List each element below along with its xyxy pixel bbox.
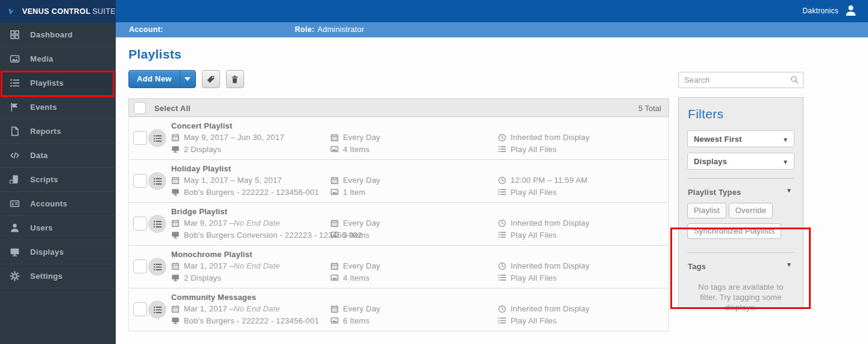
play-mode-info: Play All Files bbox=[498, 315, 590, 327]
sidebar-item-users[interactable]: Users bbox=[0, 216, 116, 240]
row-checkbox[interactable] bbox=[133, 174, 147, 188]
sort-selected-value: Newest First bbox=[694, 135, 742, 144]
settings-icon bbox=[10, 271, 20, 281]
time-text: Inherited from Display bbox=[511, 303, 590, 315]
tags-header: Tags ▼ bbox=[688, 261, 794, 272]
role-info: Role:Administrator bbox=[295, 25, 364, 34]
total-count: 5 Total bbox=[638, 104, 661, 113]
items-info: 4 Items bbox=[330, 272, 380, 284]
account-info: Account: bbox=[129, 25, 166, 34]
sidebar-item-data[interactable]: Data bbox=[0, 144, 116, 168]
playlists-icon bbox=[10, 78, 20, 88]
collapse-playlist-types-icon[interactable]: ▼ bbox=[786, 187, 792, 194]
scripts-icon bbox=[10, 174, 20, 185]
row-checkbox[interactable] bbox=[133, 302, 147, 316]
playlist-row[interactable]: Holiday Playlist May 1, 2017 – May 5, 20… bbox=[129, 160, 668, 203]
sidebar-item-scripts[interactable]: Scripts bbox=[0, 168, 116, 192]
playlist-icon bbox=[153, 305, 162, 314]
delete-button[interactable] bbox=[226, 70, 244, 88]
playlist-badge bbox=[148, 129, 166, 147]
clock-icon bbox=[498, 262, 506, 270]
sidebar-item-reports[interactable]: Reports bbox=[0, 119, 116, 144]
sidebar-item-media[interactable]: Media bbox=[0, 47, 116, 71]
sort-dropdown[interactable]: Newest First ▼ bbox=[687, 130, 794, 147]
calendar-icon bbox=[330, 305, 339, 313]
filter-type-playlist[interactable]: Playlist bbox=[687, 203, 726, 218]
displays-info: Bob's Burgers - 222222 - 123456-001 bbox=[171, 186, 319, 199]
playlist-icon bbox=[153, 263, 162, 272]
chevron-down-icon: ▼ bbox=[782, 136, 788, 143]
select-all-checkbox[interactable] bbox=[134, 102, 146, 114]
role-value: Administrator bbox=[318, 25, 365, 34]
playlist-row[interactable]: Monochrome Playlist Mar 1, 2017 – No End… bbox=[129, 246, 668, 288]
trash-icon bbox=[230, 75, 239, 84]
sidebar-item-accounts[interactable]: Accounts bbox=[0, 192, 116, 216]
divider bbox=[687, 178, 794, 179]
user-avatar-icon bbox=[844, 4, 857, 17]
date-range: May 1, 2017 – May 5, 2017 bbox=[171, 174, 319, 186]
display-icon bbox=[171, 145, 180, 153]
sidebar-item-playlists[interactable]: Playlists bbox=[0, 71, 116, 95]
play-mode-info: Play All Files bbox=[498, 272, 590, 284]
playlist-row[interactable]: Bridge Playlist Mar 9, 2017 – No End Dat… bbox=[129, 203, 668, 246]
filter-type-override[interactable]: Override bbox=[729, 203, 773, 218]
sidebar-item-events[interactable]: Events bbox=[0, 95, 116, 119]
schedule-text: Every Day bbox=[343, 303, 380, 315]
playlist-row[interactable]: Community Messages Mar 1, 2017 – No End … bbox=[129, 288, 668, 331]
filters-title: Filters bbox=[688, 107, 794, 121]
app-logo[interactable]: VENUS CONTROLSUITE bbox=[0, 0, 116, 23]
displays-text: Bob's Burgers - 222222 - 123456-001 bbox=[184, 186, 319, 199]
playlist-row[interactable]: Concert Playlist May 9, 2017 – Jun 30, 2… bbox=[129, 117, 668, 160]
filter-type-synchronized[interactable]: Synchronized Playlists bbox=[687, 223, 781, 239]
events-icon bbox=[10, 102, 20, 112]
list-icon bbox=[498, 273, 506, 282]
search-icon bbox=[790, 75, 799, 84]
select-all-label: Select All bbox=[154, 104, 190, 113]
time-text: Inherited from Display bbox=[511, 260, 590, 272]
time-text: Inherited from Display bbox=[511, 217, 590, 229]
items-text: 3 Items bbox=[343, 229, 370, 241]
playlist-title: Concert Playlist bbox=[171, 120, 284, 132]
time-info: 12:00 PM – 11:59 AM bbox=[498, 174, 588, 186]
role-label: Role: bbox=[295, 25, 315, 34]
tag-button[interactable] bbox=[202, 70, 220, 88]
play-mode-text: Play All Files bbox=[511, 229, 557, 241]
media-icon bbox=[10, 54, 20, 64]
displays-dropdown[interactable]: Displays ▼ bbox=[687, 153, 794, 170]
add-new-button[interactable]: Add New bbox=[128, 70, 196, 88]
time-text: Inherited from Display bbox=[511, 132, 590, 144]
collapse-tags-icon[interactable]: ▼ bbox=[786, 261, 792, 268]
schedule-info: Every Day bbox=[330, 174, 380, 186]
play-mode-info: Play All Files bbox=[498, 229, 590, 241]
date-text: Mar 1, 2017 – bbox=[184, 303, 234, 315]
playlist-title: Holiday Playlist bbox=[171, 163, 319, 174]
items-info: 1 Item bbox=[330, 186, 380, 199]
sidebar-item-label: Scripts bbox=[30, 175, 58, 184]
sidebar-item-label: Playlists bbox=[30, 78, 63, 88]
clock-icon bbox=[498, 219, 506, 228]
row-checkbox[interactable] bbox=[133, 217, 147, 231]
search-input[interactable] bbox=[678, 72, 804, 88]
clock-icon bbox=[498, 133, 506, 142]
schedule-info: Every Day bbox=[330, 303, 380, 315]
row-checkbox[interactable] bbox=[133, 131, 147, 145]
playlist-types-header: Playlist Types ▼ bbox=[688, 186, 794, 197]
divider bbox=[687, 252, 794, 253]
tags-empty-message: No tags are available to filter. Try tag… bbox=[690, 282, 792, 313]
caret-down-icon bbox=[184, 77, 190, 81]
display-icon bbox=[171, 231, 180, 239]
chevron-down-icon: ▼ bbox=[782, 159, 788, 165]
sidebar-item-dashboard[interactable]: Dashboard bbox=[0, 23, 116, 47]
clock-icon bbox=[498, 176, 506, 185]
row-checkbox[interactable] bbox=[133, 260, 147, 273]
filters-panel: Filters Newest First ▼ Displays ▼ Playli… bbox=[678, 97, 804, 308]
tag-icon bbox=[206, 75, 215, 84]
sidebar-item-displays[interactable]: Displays bbox=[0, 240, 116, 264]
user-menu[interactable]: Daktronics bbox=[802, 4, 857, 17]
items-text: 6 Items bbox=[343, 315, 370, 327]
add-new-dropdown-toggle[interactable] bbox=[180, 71, 195, 88]
sidebar-item-settings[interactable]: Settings bbox=[0, 264, 116, 288]
displays-info: 2 Displays bbox=[171, 144, 284, 156]
sidebar-item-label: Events bbox=[30, 103, 57, 112]
display-icon bbox=[171, 188, 180, 196]
